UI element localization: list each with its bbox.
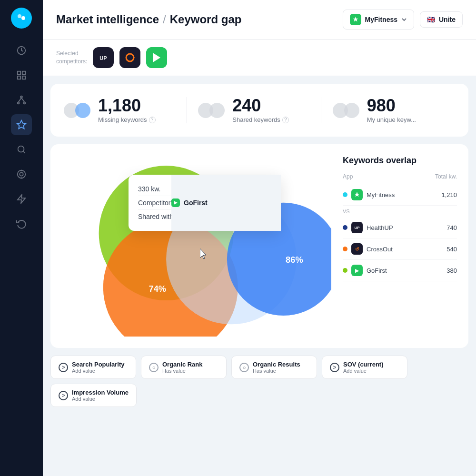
title-part1: Market intelligence: [56, 13, 159, 26]
tooltip-kw-0: 330 kw.: [138, 185, 160, 193]
logo[interactable]: [11, 8, 32, 29]
overlap-header: App Total kw.: [343, 173, 457, 184]
info-icon-missing[interactable]: ?: [149, 117, 156, 123]
filter-title-2: Organic Results: [253, 361, 300, 368]
icon-myfitness: [351, 189, 363, 200]
kw-crossout: 540: [446, 246, 457, 253]
unique-keywords-label: My unique keyw...: [367, 116, 416, 123]
filter-organic-rank[interactable]: ○ Organic Rank Has value: [141, 356, 227, 379]
tooltip-app-icon: [171, 198, 180, 207]
overlap-row-healthup: UP HealthUP 740: [343, 217, 457, 238]
filter-sub-1: Has value: [162, 368, 203, 374]
missing-keywords-count: 1,180: [98, 97, 156, 114]
svg-marker-17: [18, 195, 26, 203]
svg-point-9: [24, 102, 26, 104]
svg-rect-20: [119, 47, 140, 68]
sidebar: [0, 0, 43, 476]
region-name: Unite: [439, 16, 456, 23]
logo-icon: [16, 12, 27, 24]
competitor-crossout[interactable]: [119, 47, 140, 68]
overlap-table: App Total kw. MyFitness 1,210 VS: [343, 173, 457, 281]
shared-keywords-label: Shared keywords ?: [232, 116, 288, 123]
svg-line-10: [19, 98, 21, 102]
filter-sov[interactable]: > SOV (current) Add value: [322, 356, 407, 379]
svg-text:UP: UP: [100, 55, 107, 61]
svg-point-12: [18, 146, 24, 152]
filter-sub-2: Has value: [253, 368, 300, 374]
app-name-gofirst: GoFirst: [367, 267, 387, 274]
filter-search-popularity[interactable]: > Search Popularity Add value: [50, 356, 136, 379]
filter-sub-3: Add value: [343, 368, 384, 374]
brand-selector[interactable]: MyFitness: [343, 10, 414, 30]
filter-impression-volume[interactable]: > Impression Volume Add value: [50, 384, 137, 407]
title-separator: /: [163, 13, 166, 26]
sidebar-item-lightning[interactable]: [11, 188, 32, 209]
sidebar-item-network[interactable]: [11, 89, 32, 110]
region-selector[interactable]: 🇬🇧 Unite: [420, 11, 463, 28]
overlap-row-crossout: ↺ CrossOut 540: [343, 238, 457, 260]
filter-icon-arrow-0: >: [59, 363, 68, 372]
svg-text:74%: 74%: [149, 284, 167, 294]
page-title: Market intelligence / Keyword gap: [56, 13, 241, 26]
icon-gofirst: ▶: [351, 265, 363, 276]
svg-rect-6: [22, 76, 25, 79]
svg-rect-3: [18, 71, 20, 74]
sidebar-item-keyword[interactable]: [11, 114, 32, 135]
brand-name: MyFitness: [365, 16, 397, 23]
unique-keywords-count: 980: [367, 97, 416, 114]
filter-title-1: Organic Rank: [162, 361, 203, 368]
icon-healthup: UP: [351, 222, 363, 233]
venn-diagram[interactable]: 76% 74% 86% GoFirst 330 kw.: [62, 156, 331, 337]
sidebar-item-target[interactable]: [11, 164, 32, 185]
svg-point-7: [20, 96, 22, 98]
info-icon-shared[interactable]: ?: [282, 117, 289, 123]
kw-healthup: 740: [446, 224, 457, 231]
overlap-row-myapp: MyFitness 1,210: [343, 184, 457, 206]
filter-icon-arrow-3: >: [330, 363, 339, 372]
filter-title-4: Impression Volume: [72, 389, 129, 396]
shared-keywords-count: 240: [232, 97, 288, 114]
competitor-gofirst[interactable]: [146, 47, 167, 68]
dot-crossout: [343, 247, 347, 251]
filter-sub-4: Add value: [72, 396, 129, 402]
icon-crossout: ↺: [351, 243, 363, 255]
missing-keywords-label: Missing keywords ?: [98, 116, 156, 123]
svg-point-8: [18, 102, 20, 104]
sidebar-item-grid[interactable]: [11, 65, 32, 86]
app-name-myfitness: MyFitness: [367, 191, 395, 198]
vs-label: VS: [343, 206, 457, 217]
filters-section: > Search Popularity Add value ○ Organic …: [43, 356, 476, 415]
chevron-down-icon: [401, 17, 407, 22]
dot-gofirst: [343, 268, 347, 273]
filter-organic-results[interactable]: ○ Organic Results Has value: [231, 356, 317, 379]
competitor-healthup[interactable]: UP: [93, 47, 114, 68]
stat-venn-missing: [64, 101, 90, 120]
stat-missing: 1,180 Missing keywords ?: [64, 97, 186, 123]
filter-icon-circle-2: ○: [239, 363, 249, 372]
sidebar-item-search[interactable]: [11, 139, 32, 160]
filter-icon-arrow-4: >: [59, 391, 68, 400]
overlap-header-app: App: [343, 173, 353, 180]
svg-point-0: [18, 14, 21, 18]
svg-line-11: [21, 98, 24, 102]
tooltip-app-name: GoFirst: [184, 199, 208, 207]
competitors-bar: Selectedcompetitors: UP: [43, 40, 476, 76]
tooltip: GoFirst 330 kw. 100% Competitor's unique…: [129, 175, 281, 231]
filter-title-0: Search Popularity: [72, 361, 125, 368]
venn-section: 76% 74% 86% GoFirst 330 kw.: [50, 144, 468, 348]
overlap-panel: Keywords overlap App Total kw. MyFitness: [343, 156, 457, 281]
main-content: Market intelligence / Keyword gap MyFitn…: [43, 0, 476, 476]
sidebar-item-history[interactable]: [11, 213, 32, 234]
svg-marker-31: [174, 201, 178, 205]
brand-icon: [350, 14, 361, 25]
stat-venn-unique: [333, 101, 359, 120]
sidebar-item-analytics[interactable]: [11, 40, 32, 61]
filter-title-3: SOV (current): [343, 361, 384, 368]
svg-rect-4: [22, 71, 25, 74]
kw-gofirst: 380: [446, 267, 457, 274]
flag-icon: 🇬🇧: [427, 16, 435, 23]
stat-venn-shared: [198, 101, 225, 120]
app-name-healthup: HealthUP: [367, 224, 393, 231]
svg-text:86%: 86%: [286, 255, 303, 265]
kw-myfitness: 1,210: [441, 191, 457, 198]
